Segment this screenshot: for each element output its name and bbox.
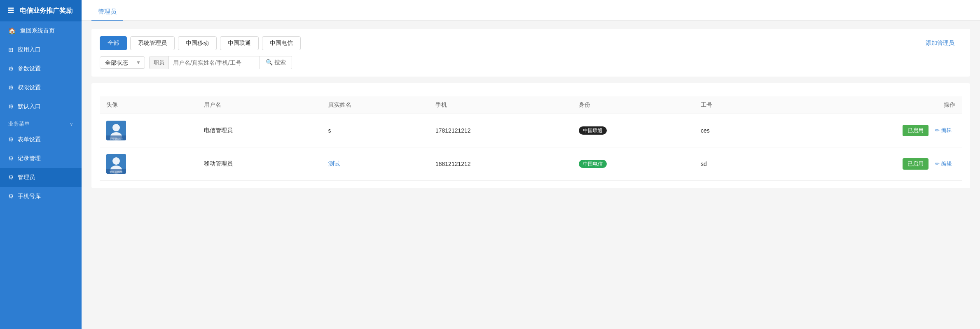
cell-username-2: 移动管理员 bbox=[197, 147, 322, 181]
sidebar-phone-library-label: 手机号库 bbox=[18, 193, 41, 200]
svg-point-1 bbox=[112, 124, 120, 131]
cell-username-1: 电信管理员 bbox=[197, 114, 322, 147]
sidebar-permission-label: 权限设置 bbox=[18, 84, 41, 91]
sidebar-item-app-entry[interactable]: ⊞ 应用入口 bbox=[0, 40, 82, 59]
search-button[interactable]: 🔍 搜索 bbox=[260, 56, 292, 69]
sidebar-item-param-settings[interactable]: ⚙ 参数设置 bbox=[0, 59, 82, 78]
col-identity: 身份 bbox=[572, 96, 694, 114]
tab-admin[interactable]: 管理员 bbox=[91, 3, 123, 21]
svg-text:宽哥语OCR: 宽哥语OCR bbox=[110, 170, 123, 173]
hamburger-icon[interactable]: ☰ bbox=[7, 6, 14, 15]
sidebar-item-record-management[interactable]: ⚙ 记录管理 bbox=[0, 149, 82, 168]
cell-phone-1: 17812121212 bbox=[429, 114, 572, 147]
avatar-2: 宽哥语OCR bbox=[106, 154, 126, 174]
col-ops: 操作 bbox=[767, 96, 962, 114]
sidebar: ☰ 电信业务推广奖励 🏠 返回系统首页 ⊞ 应用入口 ⚙ 参数设置 ⚙ 权限设置… bbox=[0, 0, 82, 329]
sidebar-default-entry-label: 默认入口 bbox=[18, 103, 41, 110]
status-button-1[interactable]: 已启用 bbox=[903, 125, 929, 136]
search-input-group: 职员 🔍 搜索 bbox=[149, 56, 292, 69]
search-prefix-label: 职员 bbox=[150, 56, 169, 69]
cell-identity-1: 中国联通 bbox=[572, 114, 694, 147]
sidebar-item-default-entry[interactable]: ⚙ 默认入口 bbox=[0, 97, 82, 116]
status-select[interactable]: 全部状态 已启用 已禁用 bbox=[100, 56, 145, 69]
sidebar-item-phone-library[interactable]: ⚙ 手机号库 bbox=[0, 187, 82, 206]
grid-icon: ⊞ bbox=[8, 46, 14, 54]
ops-cell-1: 已启用 ✏ 编辑 bbox=[774, 125, 955, 136]
col-work-id: 工号 bbox=[694, 96, 767, 114]
cell-workid-2: sd bbox=[694, 147, 767, 181]
page-tabs: 管理员 bbox=[82, 0, 980, 21]
sidebar-item-home[interactable]: 🏠 返回系统首页 bbox=[0, 21, 82, 40]
door-icon: ⚙ bbox=[8, 103, 14, 110]
pencil-icon-1: ✏ bbox=[935, 127, 940, 133]
avatar-1: 宽哥语OCR bbox=[106, 121, 126, 140]
sidebar-app-entry-label: 应用入口 bbox=[18, 46, 41, 54]
filter-btn-china-telecom[interactable]: 中国电信 bbox=[262, 36, 301, 50]
sidebar-item-admin[interactable]: ⚙ 管理员 bbox=[0, 168, 82, 187]
sidebar-record-management-label: 记录管理 bbox=[18, 155, 41, 162]
table-row: 宽哥语OCR 电信管理员 s 17812121212 中国联通 ces bbox=[100, 114, 962, 147]
admin-icon: ⚙ bbox=[8, 174, 14, 181]
svg-text:宽哥语OCR: 宽哥语OCR bbox=[110, 137, 123, 140]
sidebar-home-label: 返回系统首页 bbox=[20, 27, 55, 35]
list-icon: ⚙ bbox=[8, 136, 14, 143]
shield-icon: ⚙ bbox=[8, 84, 14, 91]
cell-avatar-1: 宽哥语OCR bbox=[100, 114, 197, 147]
filter-btn-all[interactable]: 全部 bbox=[100, 36, 127, 50]
filter-tabs-row: 全部 系统管理员 中国移动 中国联通 中国电信 添加管理员 bbox=[100, 36, 962, 50]
main-content: 管理员 全部 系统管理员 中国移动 中国联通 中国电信 添加管理员 全部状态 bbox=[82, 0, 980, 329]
gear-icon: ⚙ bbox=[8, 65, 14, 72]
sidebar-form-settings-label: 表单设置 bbox=[18, 136, 41, 143]
sidebar-item-permission-settings[interactable]: ⚙ 权限设置 bbox=[0, 78, 82, 97]
filter-btn-china-unicom[interactable]: 中国联通 bbox=[220, 36, 259, 50]
cell-ops-1: 已启用 ✏ 编辑 bbox=[767, 114, 962, 147]
status-select-wrap: 全部状态 已启用 已禁用 ▼ bbox=[100, 56, 145, 69]
filter-btn-sys-admin[interactable]: 系统管理员 bbox=[130, 36, 175, 50]
sidebar-admin-label: 管理员 bbox=[18, 174, 35, 181]
search-bar: 全部状态 已启用 已禁用 ▼ 职员 🔍 搜索 bbox=[100, 56, 962, 69]
record-icon: ⚙ bbox=[8, 155, 14, 162]
table-header-row: 头像 用户名 真实姓名 手机 身份 工号 操作 bbox=[100, 96, 962, 114]
search-icon: 🔍 bbox=[266, 59, 273, 65]
cell-ops-2: 已启用 ✏ 编辑 bbox=[767, 147, 962, 181]
identity-badge-1: 中国联通 bbox=[579, 126, 607, 135]
business-menu-label: 业务菜单 bbox=[8, 120, 30, 128]
col-realname: 真实姓名 bbox=[322, 96, 429, 114]
sidebar-item-form-settings[interactable]: ⚙ 表单设置 bbox=[0, 130, 82, 149]
svg-point-6 bbox=[112, 157, 120, 165]
cell-phone-2: 18812121212 bbox=[429, 147, 572, 181]
sidebar-title: 电信业务推广奖励 bbox=[20, 7, 73, 15]
edit-button-1[interactable]: ✏ 编辑 bbox=[932, 125, 955, 136]
table-card: 头像 用户名 真实姓名 手机 身份 工号 操作 bbox=[91, 83, 970, 188]
cell-avatar-2: 宽哥语OCR bbox=[100, 147, 197, 181]
filter-tabs-left: 全部 系统管理员 中国移动 中国联通 中国电信 bbox=[100, 36, 301, 50]
status-button-2[interactable]: 已启用 bbox=[903, 158, 929, 170]
cell-realname-1: s bbox=[322, 114, 429, 147]
col-avatar: 头像 bbox=[100, 96, 197, 114]
sidebar-header: ☰ 电信业务推广奖励 bbox=[0, 0, 82, 21]
sidebar-param-settings-label: 参数设置 bbox=[18, 65, 41, 72]
admin-table: 头像 用户名 真实姓名 手机 身份 工号 操作 bbox=[100, 96, 962, 181]
content-area: 全部 系统管理员 中国移动 中国联通 中国电信 添加管理员 全部状态 已启用 已… bbox=[82, 21, 980, 329]
identity-badge-2: 中国电信 bbox=[579, 160, 607, 168]
chevron-down-icon: ∨ bbox=[70, 121, 73, 127]
search-input[interactable] bbox=[169, 57, 260, 68]
home-icon: 🏠 bbox=[8, 27, 16, 35]
col-phone: 手机 bbox=[429, 96, 572, 114]
add-admin-button[interactable]: 添加管理员 bbox=[918, 37, 962, 50]
filter-btn-china-mobile[interactable]: 中国移动 bbox=[178, 36, 217, 50]
cell-realname-2: 测试 bbox=[322, 147, 429, 181]
phone-icon: ⚙ bbox=[8, 193, 14, 200]
table-row: 宽哥语OCR 移动管理员 测试 18812121212 中国电信 sd bbox=[100, 147, 962, 181]
filter-card: 全部 系统管理员 中国移动 中国联通 中国电信 添加管理员 全部状态 已启用 已… bbox=[91, 29, 970, 77]
edit-button-2[interactable]: ✏ 编辑 bbox=[932, 158, 955, 170]
business-menu-divider: 业务菜单 ∨ bbox=[0, 116, 82, 130]
col-username: 用户名 bbox=[197, 96, 322, 114]
cell-workid-1: ces bbox=[694, 114, 767, 147]
ops-cell-2: 已启用 ✏ 编辑 bbox=[774, 158, 955, 170]
cell-identity-2: 中国电信 bbox=[572, 147, 694, 181]
pencil-icon-2: ✏ bbox=[935, 161, 940, 167]
